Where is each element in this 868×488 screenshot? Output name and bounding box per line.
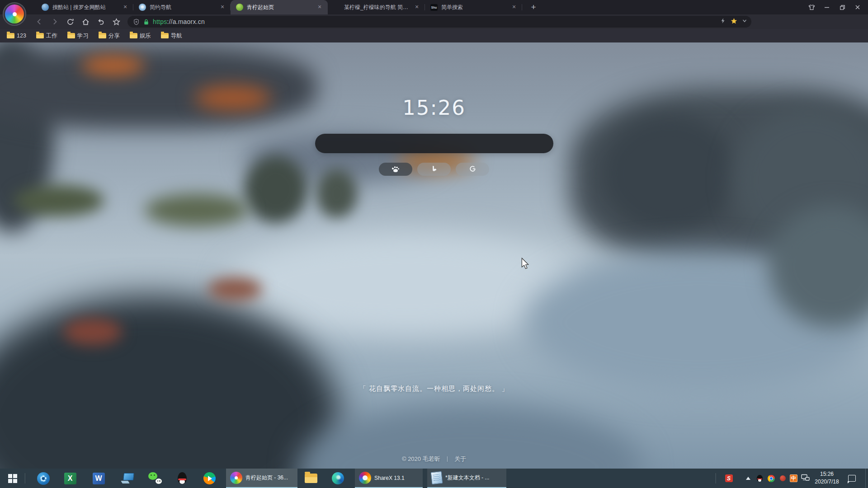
close-window-button[interactable]: [850, 1, 865, 14]
new-tab-button[interactable]: +: [527, 1, 540, 13]
pinned-wechat[interactable]: [146, 469, 164, 488]
task-qingning-browser[interactable]: 青柠起始页 - 36...: [226, 469, 297, 488]
tray-network[interactable]: [799, 469, 811, 488]
bookmark-folder-nav[interactable]: 导航: [160, 31, 184, 41]
bookmark-bar: 123 工作 学习 分享 娱乐 导航: [0, 29, 868, 42]
tab-close-icon[interactable]: ×: [413, 4, 420, 11]
home-button[interactable]: [79, 16, 92, 28]
notepad-icon: [431, 471, 443, 484]
folder-icon: [36, 33, 44, 38]
tab-qingning-active[interactable]: 青柠起始页 ×: [231, 0, 328, 14]
pinned-excel[interactable]: X: [61, 469, 79, 488]
browser-toolbar: https://a.maorx.cn: [0, 14, 868, 29]
notification-icon: [848, 475, 856, 482]
bookmark-folder-share[interactable]: 分享: [97, 31, 121, 41]
theme-skin-button[interactable]: [804, 1, 819, 14]
ime-chinese-icon: 中: [790, 474, 797, 482]
daily-quote: 「 花自飘零水自流。一种相思，两处闲愁。 」: [0, 385, 868, 393]
pinned-word[interactable]: W: [90, 469, 108, 488]
qq-tray-icon: [757, 475, 763, 482]
bookmark-label: 娱乐: [140, 32, 151, 40]
tab-jianyue-daohang[interactable]: 简约导航 ×: [133, 0, 231, 14]
windows-logo-icon: [8, 474, 17, 483]
search-bar[interactable]: [315, 134, 553, 153]
sharex-icon: [359, 472, 371, 484]
pinned-video-player[interactable]: [34, 469, 52, 488]
360-browser-icon: [230, 472, 242, 484]
tab-title: 搜酷站 | 搜罗全网酷站: [52, 4, 118, 11]
tab-title: 简约导航: [150, 4, 215, 11]
tray-clock[interactable]: 15:26 2020/7/18: [812, 470, 842, 486]
minimize-button[interactable]: [819, 1, 835, 14]
tab-close-icon[interactable]: ×: [510, 4, 518, 11]
bookmark-label: 导航: [171, 32, 182, 40]
bookmark-folder-work[interactable]: 工作: [35, 31, 59, 41]
browser-logo[interactable]: [3, 2, 26, 26]
pinned-tencent-video[interactable]: [200, 469, 218, 488]
restore-button[interactable]: [835, 1, 850, 14]
pinned-this-pc[interactable]: [119, 469, 137, 488]
folder-explorer-icon: [305, 474, 317, 483]
pinned-edge[interactable]: [329, 469, 347, 488]
folder-icon: [7, 33, 14, 38]
bookmark-folder-fun[interactable]: 娱乐: [128, 31, 152, 41]
bookmark-label: 工作: [46, 32, 57, 40]
excel-icon: X: [64, 473, 76, 484]
lime-favicon-icon: [236, 4, 243, 11]
tab-close-icon[interactable]: ×: [316, 4, 323, 11]
task-notepad[interactable]: *新建文本文档 - ...: [427, 469, 506, 488]
tray-qq[interactable]: [754, 469, 765, 488]
favorite-star-button[interactable]: [109, 16, 123, 28]
pinned-qq[interactable]: [173, 469, 191, 488]
lightning-icon[interactable]: [719, 17, 726, 26]
tray-ime[interactable]: 中: [788, 469, 799, 488]
shield-icon[interactable]: [131, 18, 141, 26]
tray-red-dot[interactable]: [778, 469, 788, 488]
address-bar[interactable]: https://a.maorx.cn: [127, 16, 751, 28]
blue-circle-favicon-icon: [139, 4, 146, 11]
bookmark-folder-study[interactable]: 学习: [66, 31, 90, 41]
copyright-text: © 2020 毛若昕: [402, 455, 440, 463]
url-protocol: https: [153, 18, 167, 25]
tab-soukuzhan[interactable]: 搜酷站 | 搜罗全网酷站 ×: [36, 0, 133, 14]
back-button[interactable]: [33, 16, 46, 28]
undo-button[interactable]: [94, 16, 108, 28]
chevron-down-icon[interactable]: [741, 18, 748, 26]
tab-jiandan-sousuo[interactable]: Shu 简单搜索 ×: [425, 0, 522, 14]
red-dot-icon: [780, 475, 786, 481]
task-sharex[interactable]: ShareX 13.1: [355, 469, 423, 488]
tray-browser[interactable]: [766, 469, 777, 488]
start-button[interactable]: [4, 469, 22, 488]
s-logo-icon: S: [725, 474, 733, 482]
folder-icon: [67, 33, 75, 38]
taskbar-separator: [25, 473, 26, 483]
google-g-icon: [469, 165, 476, 174]
tab-close-icon[interactable]: ×: [122, 4, 129, 11]
show-desktop-button[interactable]: [865, 469, 868, 488]
tab-close-icon[interactable]: ×: [219, 4, 226, 11]
forward-button[interactable]: [48, 16, 61, 28]
search-input[interactable]: [324, 140, 544, 147]
reload-button[interactable]: [63, 16, 77, 28]
tray-s-app[interactable]: S: [722, 469, 735, 488]
engine-google-button[interactable]: [456, 163, 489, 176]
tray-time: 15:26: [812, 470, 842, 478]
tab-mouningmeng[interactable]: 某柠檬_柠檬味的导航 简约版 ×: [328, 0, 425, 14]
engine-bing-button[interactable]: [417, 163, 451, 176]
engine-baidu-button[interactable]: [379, 163, 412, 176]
chrome-tray-icon: [768, 475, 775, 482]
tray-show-hidden[interactable]: [743, 469, 753, 488]
tencent-video-icon: [203, 472, 216, 484]
task-label: *新建文本文档 - ...: [445, 474, 489, 482]
task-label: ShareX 13.1: [374, 475, 405, 481]
pinned-file-explorer[interactable]: [302, 469, 320, 488]
taskbar: X W 青柠起始页 - 36... ShareX 13.1 *新建文本文档 - …: [0, 469, 868, 488]
tab-bar: 搜酷站 | 搜罗全网酷站 × 简约导航 × 青柠起始页 × 某柠檬_柠檬味的导航…: [0, 0, 868, 14]
bookmarked-star-icon[interactable]: [730, 17, 738, 27]
action-center-button[interactable]: [844, 469, 860, 488]
url-text[interactable]: https://a.maorx.cn: [153, 18, 205, 25]
window-controls: [804, 0, 865, 14]
bookmark-folder-123[interactable]: 123: [5, 31, 28, 41]
task-label: 青柠起始页 - 36...: [245, 474, 288, 482]
about-link[interactable]: 关于: [454, 455, 466, 463]
